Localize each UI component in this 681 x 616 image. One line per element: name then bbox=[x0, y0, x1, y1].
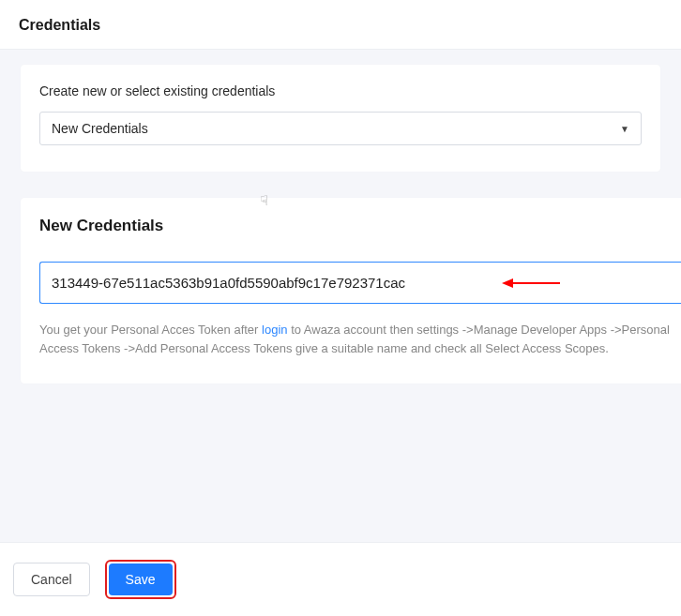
page-title: Credentials bbox=[19, 17, 662, 34]
save-button[interactable]: Save bbox=[109, 563, 173, 595]
page-body: Create new or select existing credential… bbox=[0, 50, 681, 544]
cancel-button[interactable]: Cancel bbox=[13, 563, 90, 596]
credentials-select-value: New Credentials bbox=[52, 121, 148, 136]
token-help-text: You get your Personal Acces Token after … bbox=[39, 321, 681, 357]
caret-down-icon: ▼ bbox=[620, 124, 629, 134]
token-input-wrap bbox=[39, 262, 681, 304]
credentials-select-label: Create new or select existing credential… bbox=[39, 83, 642, 98]
login-link[interactable]: login bbox=[262, 323, 287, 337]
credentials-select[interactable]: New Credentials ▼ bbox=[39, 112, 642, 145]
page-header: Credentials bbox=[0, 0, 681, 50]
help-text-pre: You get your Personal Acces Token after bbox=[39, 323, 262, 337]
dialog-footer: Cancel Save bbox=[0, 542, 681, 616]
token-input[interactable] bbox=[39, 262, 681, 304]
save-button-highlight: Save bbox=[105, 560, 176, 599]
new-credentials-heading: New Credentials bbox=[39, 217, 681, 235]
new-credentials-panel: New Credentials You get your Personal Ac… bbox=[21, 198, 681, 383]
credentials-select-panel: Create new or select existing credential… bbox=[21, 65, 660, 172]
